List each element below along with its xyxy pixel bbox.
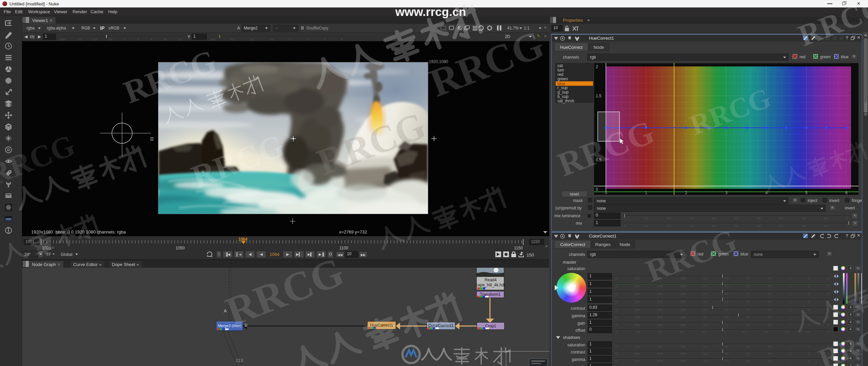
svg-text:5: 5 [805, 190, 808, 195]
svg-text:1.5: 1.5 [596, 94, 601, 98]
svg-text:0: 0 [596, 187, 598, 192]
svg-text:0: 0 [605, 190, 607, 195]
svg-text:D: D [7, 148, 10, 152]
svg-text:0.5: 0.5 [596, 158, 601, 162]
svg-text:3: 3 [725, 190, 728, 195]
svg-text:2: 2 [596, 64, 598, 69]
svg-text:NUKE: NUKE [6, 218, 11, 220]
svg-text:1: 1 [645, 190, 647, 195]
svg-text:2: 2 [685, 190, 687, 195]
svg-text:6: 6 [845, 190, 848, 195]
